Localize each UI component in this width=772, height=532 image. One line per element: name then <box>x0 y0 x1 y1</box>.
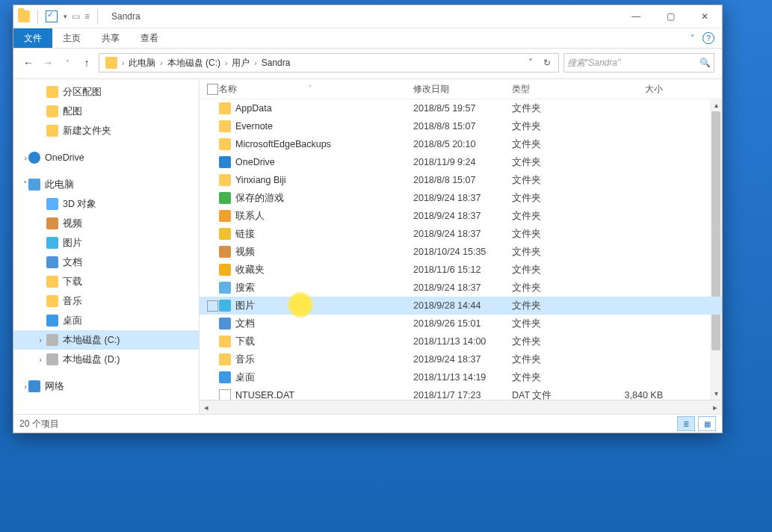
tab-view[interactable]: 查看 <box>130 28 169 48</box>
expand-icon[interactable]: › <box>36 335 45 344</box>
tree-item[interactable]: ›本地磁盘 (C:) <box>13 330 199 350</box>
file-date: 2018/9/24 18:37 <box>413 354 512 365</box>
tree-item[interactable]: 3D 对象 <box>13 194 199 214</box>
recent-locations-button[interactable]: ˅ <box>60 55 75 70</box>
3d-icon <box>46 198 58 210</box>
contact-icon <box>219 210 231 222</box>
tree-thispc[interactable]: ˅ 此电脑 <box>13 175 199 194</box>
minimize-button[interactable]: — <box>619 5 653 28</box>
tree-item[interactable]: 新建文件夹 <box>13 121 199 140</box>
tree-network[interactable]: › 网络 <box>13 377 199 396</box>
tab-home[interactable]: 主页 <box>52 28 91 48</box>
tree-item[interactable]: 配图 <box>13 102 199 121</box>
chevron-right-icon[interactable]: › <box>120 59 126 67</box>
sort-asc-icon: ˄ <box>309 84 312 92</box>
forward-button[interactable]: → <box>40 55 55 70</box>
scrollbar-track[interactable] <box>213 403 708 412</box>
file-name: 联系人 <box>235 210 265 223</box>
breadcrumb[interactable]: 用户 <box>229 57 253 69</box>
tree-item[interactable]: 文档 <box>13 253 199 272</box>
file-row[interactable]: NTUSER.DAT2018/11/7 17:23DAT 文件3,840 KB <box>200 386 722 400</box>
qat-equals-icon[interactable]: ≡ <box>84 11 90 22</box>
expand-icon[interactable]: › <box>21 153 30 162</box>
chevron-down-icon[interactable]: ▾ <box>64 13 67 20</box>
disk-icon <box>46 353 58 365</box>
file-row[interactable]: MicrosoftEdgeBackups2018/8/5 20:10文件夹 <box>200 135 722 153</box>
file-row[interactable]: 联系人2018/9/24 18:37文件夹 <box>200 207 722 225</box>
search-icon[interactable]: 🔍 <box>700 58 711 68</box>
view-large-icons-button[interactable]: ▦ <box>698 416 716 431</box>
file-type: 文件夹 <box>512 264 603 276</box>
tree-label: OneDrive <box>45 152 84 163</box>
od-icon <box>219 156 231 168</box>
tree-onedrive[interactable]: › OneDrive <box>13 148 199 167</box>
tree-item[interactable]: 下载 <box>13 272 199 291</box>
up-button[interactable]: ↑ <box>79 55 94 70</box>
file-date: 2018/11/13 14:19 <box>413 372 512 383</box>
maximize-button[interactable]: ▢ <box>653 5 688 28</box>
tree-item[interactable]: 桌面 <box>13 311 199 330</box>
file-row[interactable]: 图片2018/9/28 14:44文件夹 <box>200 297 722 315</box>
back-button[interactable]: ← <box>21 55 36 70</box>
navigation-pane[interactable]: 分区配图配图新建文件夹 › OneDrive ˅ 此电脑 3D 对象视频图片文档… <box>13 79 200 414</box>
tree-item[interactable]: 图片 <box>13 233 199 253</box>
file-list[interactable]: ▴ ▾ AppData2018/8/5 19:57文件夹Evernote2018… <box>200 99 722 400</box>
column-name-header[interactable]: 名称 ˄ <box>219 83 413 96</box>
address-bar[interactable]: › 此电脑 › 本地磁盘 (C:) › 用户 › Sandra ˅ ↻ <box>99 53 559 72</box>
horizontal-scrollbar[interactable]: ◂ ▸ <box>200 400 722 414</box>
collapse-icon[interactable]: ˅ <box>21 180 30 190</box>
file-row[interactable]: 下载2018/11/13 14:00文件夹 <box>200 332 722 350</box>
file-row[interactable]: 搜索2018/9/24 18:37文件夹 <box>200 279 722 297</box>
chevron-right-icon[interactable]: › <box>223 59 229 67</box>
qat-properties-check[interactable] <box>46 10 58 22</box>
file-row[interactable]: Yinxiang Biji2018/8/8 15:07文件夹 <box>200 171 722 189</box>
breadcrumb[interactable]: 本地磁盘 (C:) <box>164 57 223 69</box>
tree-item[interactable]: 视频 <box>13 214 199 233</box>
expand-icon[interactable]: › <box>36 355 45 364</box>
file-date: 2018/9/28 14:44 <box>413 300 512 311</box>
file-row[interactable]: 桌面2018/11/13 14:19文件夹 <box>200 368 722 386</box>
chevron-right-icon[interactable]: › <box>158 59 164 67</box>
scroll-left-icon[interactable]: ◂ <box>200 403 213 412</box>
tree-label: 文档 <box>63 256 82 269</box>
tree-item[interactable]: ›本地磁盘 (D:) <box>13 350 199 369</box>
qat-new-icon[interactable]: ▭ <box>72 11 80 22</box>
breadcrumb[interactable]: 此电脑 <box>126 57 158 69</box>
view-details-button[interactable]: ≣ <box>677 416 695 431</box>
pic-icon <box>46 237 58 249</box>
chevron-right-icon[interactable]: › <box>253 59 258 67</box>
tab-file[interactable]: 文件 <box>13 28 52 48</box>
column-type-header[interactable]: 类型 <box>512 83 603 96</box>
file-row[interactable]: 音乐2018/9/24 18:37文件夹 <box>200 350 722 368</box>
expand-icon[interactable]: › <box>21 382 30 391</box>
row-checkbox[interactable] <box>207 300 218 312</box>
tree-item[interactable]: 音乐 <box>13 291 199 311</box>
column-date-header[interactable]: 修改日期 <box>413 83 512 96</box>
file-row[interactable]: Evernote2018/8/8 15:07文件夹 <box>200 117 722 135</box>
desktop-icon <box>46 315 58 327</box>
breadcrumb[interactable]: Sandra <box>259 58 294 68</box>
file-row[interactable]: 视频2018/10/24 15:35文件夹 <box>200 243 722 261</box>
file-name: 图片 <box>235 300 255 312</box>
help-icon[interactable]: ? <box>702 32 714 44</box>
file-row[interactable]: OneDrive2018/11/9 9:24文件夹 <box>200 153 722 171</box>
tree-item[interactable]: 分区配图 <box>13 82 199 102</box>
file-row[interactable]: AppData2018/8/5 19:57文件夹 <box>200 99 722 117</box>
tab-share[interactable]: 共享 <box>91 28 130 48</box>
ribbon-expand-icon[interactable]: ˅ <box>691 34 695 43</box>
file-date: 2018/8/8 15:07 <box>413 121 512 132</box>
close-button[interactable]: ✕ <box>688 5 722 28</box>
search-input[interactable]: 搜索"Sandra" 🔍 <box>563 53 714 72</box>
select-all-checkbox[interactable] <box>207 84 218 95</box>
file-date: 2018/11/6 15:12 <box>413 265 512 275</box>
doc-icon <box>46 256 58 268</box>
scroll-right-icon[interactable]: ▸ <box>708 403 722 412</box>
address-dropdown-button[interactable]: ˅ <box>522 58 539 68</box>
file-row[interactable]: 文档2018/9/26 15:01文件夹 <box>200 315 722 332</box>
column-size-header[interactable]: 大小 <box>603 83 670 96</box>
file-row[interactable]: 保存的游戏2018/9/24 18:37文件夹 <box>200 189 722 207</box>
refresh-button[interactable]: ↻ <box>539 58 555 68</box>
file-row[interactable]: 收藏夹2018/11/6 15:12文件夹 <box>200 261 722 279</box>
file-row[interactable]: 链接2018/9/24 18:37文件夹 <box>200 225 722 243</box>
file-type: 文件夹 <box>512 335 603 348</box>
